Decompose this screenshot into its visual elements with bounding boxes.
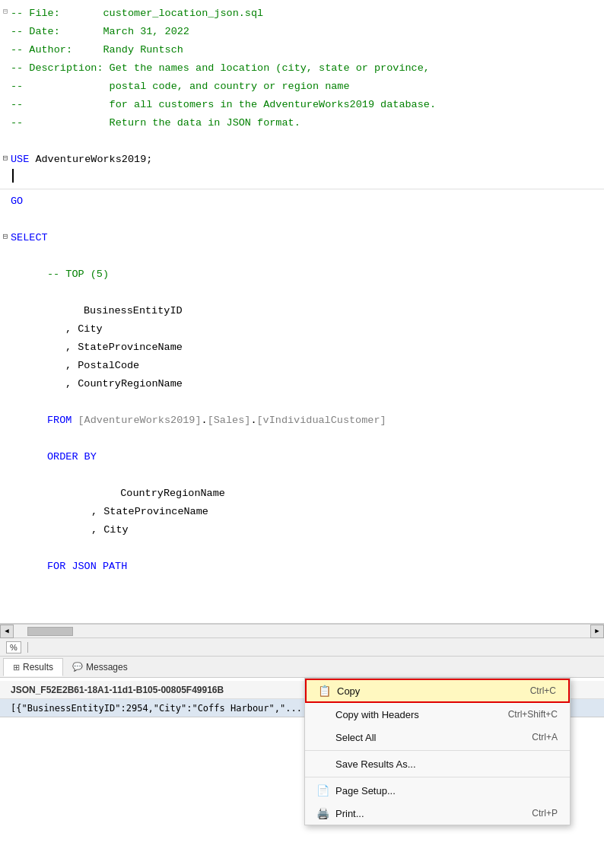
from-schema: [Sales] bbox=[208, 415, 251, 426]
code-content-country: , CountryRegionName bbox=[11, 375, 604, 393]
comma-postal: , bbox=[65, 360, 78, 371]
code-line-state: , StateProvinceName bbox=[0, 339, 604, 357]
code-line-o2: , StateProvinceName bbox=[0, 503, 604, 521]
tab-messages-label: Messages bbox=[86, 662, 128, 672]
results-tab-icon: ⊞ bbox=[13, 663, 20, 672]
code-content-5: -- postal code, and country or region na… bbox=[11, 78, 604, 96]
code-content-forjson: FOR JSON PATH bbox=[11, 558, 604, 576]
horizontal-scrollbar[interactable]: ◀ ▶ bbox=[0, 624, 604, 637]
code-content-b4 bbox=[11, 393, 604, 412]
code-editor[interactable]: ⊟ -- File: customer_location_json.sql --… bbox=[0, 0, 604, 624]
scroll-right-arrow[interactable]: ▶ bbox=[590, 625, 604, 638]
collapse-state bbox=[0, 339, 11, 341]
code-line-forjson: FOR JSON PATH bbox=[0, 558, 604, 576]
code-content-7: -- Return the data in JSON format. bbox=[11, 114, 604, 132]
tab-results[interactable]: ⊞ Results bbox=[3, 658, 63, 676]
collapse-1[interactable]: ⊟ bbox=[0, 5, 11, 16]
code-line-9: ⊟ USE AdventureWorks2019; bbox=[0, 151, 604, 169]
collapse-cur bbox=[0, 169, 11, 171]
code-content-9: USE AdventureWorks2019; bbox=[11, 151, 604, 169]
collapse-b6 bbox=[0, 466, 11, 469]
collapse-b2 bbox=[0, 247, 11, 250]
ctx-copy-headers-shortcut: Ctrl+Shift+C bbox=[508, 709, 558, 720]
code-line-8 bbox=[0, 132, 604, 151]
scroll-thumb[interactable] bbox=[27, 627, 73, 636]
collapse-forjson bbox=[0, 558, 11, 560]
code-content-top: -- TOP (5) bbox=[11, 265, 604, 284]
code-content-o1: CountryRegionName bbox=[11, 485, 604, 503]
ctx-copy-headers-label: Copy with Headers bbox=[335, 709, 493, 720]
code-content-postal: , PostalCode bbox=[11, 357, 604, 375]
collapse-3 bbox=[0, 41, 11, 43]
collapse-top bbox=[0, 265, 11, 268]
code-line-country: , CountryRegionName bbox=[0, 375, 604, 393]
code-line-b2 bbox=[0, 247, 604, 265]
code-line-from: FROM [AdventureWorks2019].[Sales].[vIndi… bbox=[0, 412, 604, 430]
ctx-print[interactable]: 🖨️ Print... Ctrl+P bbox=[305, 802, 570, 825]
collapse-6 bbox=[0, 96, 11, 98]
ctx-page-setup[interactable]: 📄 Page Setup... bbox=[305, 779, 570, 802]
code-content-orderby: ORDER BY bbox=[11, 448, 604, 466]
comment-top: -- TOP (5) bbox=[47, 269, 109, 280]
collapse-b4 bbox=[0, 393, 11, 396]
code-line-7: -- Return the data in JSON format. bbox=[0, 114, 604, 132]
ctx-save-results[interactable]: Save Results As... bbox=[305, 752, 570, 775]
code-content-b1 bbox=[11, 211, 604, 229]
col-city: City bbox=[78, 323, 102, 335]
comment-text: -- for all customers in the AdventureWor… bbox=[11, 99, 436, 110]
collapse-from bbox=[0, 412, 11, 414]
ctx-save-label: Save Results As... bbox=[335, 758, 542, 770]
code-line-1: ⊟ -- File: customer_location_json.sql bbox=[0, 5, 604, 23]
context-menu: 📋 Copy Ctrl+C Copy with Headers Ctrl+Shi… bbox=[304, 678, 571, 825]
print-icon: 🖨️ bbox=[314, 807, 331, 819]
code-line-5: -- postal code, and country or region na… bbox=[0, 78, 604, 96]
semicolon: ; bbox=[146, 154, 152, 165]
code-line-b6 bbox=[0, 466, 604, 485]
scroll-left-arrow[interactable]: ◀ bbox=[0, 625, 14, 638]
comma-o2: , bbox=[91, 506, 103, 517]
collapse-postal bbox=[0, 357, 11, 359]
copy-icon: 📋 bbox=[316, 685, 332, 697]
keyword-orderby: ORDER BY bbox=[47, 451, 97, 463]
code-content-state: , StateProvinceName bbox=[11, 339, 604, 357]
code-content-b7 bbox=[11, 539, 604, 558]
collapse-city bbox=[0, 320, 11, 323]
code-line-o1: CountryRegionName bbox=[0, 485, 604, 503]
db-name: AdventureWorks2019 bbox=[35, 154, 146, 165]
code-content-4: -- Description: Get the names and locati… bbox=[11, 59, 604, 78]
code-line-b1 bbox=[0, 211, 604, 229]
collapse-b7 bbox=[0, 539, 11, 542]
collapse-2 bbox=[0, 23, 11, 25]
collapse-beid bbox=[0, 302, 11, 304]
ctx-sep-2 bbox=[305, 777, 570, 777]
code-line-b4 bbox=[0, 393, 604, 412]
collapse-9[interactable]: ⊟ bbox=[0, 151, 11, 163]
tab-messages[interactable]: 💬 Messages bbox=[63, 659, 137, 676]
collapse-select[interactable]: ⊟ bbox=[0, 229, 11, 241]
comma-city: , bbox=[65, 323, 78, 335]
code-content-city: , City bbox=[11, 320, 604, 339]
ctx-copy[interactable]: 📋 Copy Ctrl+C bbox=[305, 679, 570, 703]
code-content-go: GO bbox=[11, 192, 604, 211]
comma-state: , bbox=[65, 342, 78, 353]
code-line-b3 bbox=[0, 284, 604, 302]
collapse-5 bbox=[0, 78, 11, 80]
zoom-percent[interactable]: % bbox=[6, 641, 21, 653]
ctx-select-all[interactable]: Select All Ctrl+A bbox=[305, 726, 570, 749]
keyword-use: USE bbox=[11, 154, 35, 165]
from-table: [vIndividualCustomer] bbox=[256, 415, 386, 426]
ctx-page-setup-label: Page Setup... bbox=[335, 785, 542, 796]
comment-text: -- Date: March 31, 2022 bbox=[11, 26, 189, 37]
ctx-copy-headers[interactable]: Copy with Headers Ctrl+Shift+C bbox=[305, 703, 570, 726]
code-content-from: FROM [AdventureWorks2019].[Sales].[vIndi… bbox=[11, 412, 604, 430]
code-line-o3: , City bbox=[0, 521, 604, 539]
code-content-cur bbox=[12, 169, 604, 183]
comma-country: , bbox=[65, 378, 78, 389]
separator bbox=[0, 189, 604, 189]
code-line-6: -- for all customers in the AdventureWor… bbox=[0, 96, 604, 114]
ord-state: StateProvinceName bbox=[103, 506, 208, 517]
keyword-forjson: FOR JSON PATH bbox=[47, 561, 127, 572]
ord-city: City bbox=[103, 524, 128, 536]
code-content-o3: , City bbox=[11, 521, 604, 539]
code-content-2: -- Date: March 31, 2022 bbox=[11, 23, 604, 41]
